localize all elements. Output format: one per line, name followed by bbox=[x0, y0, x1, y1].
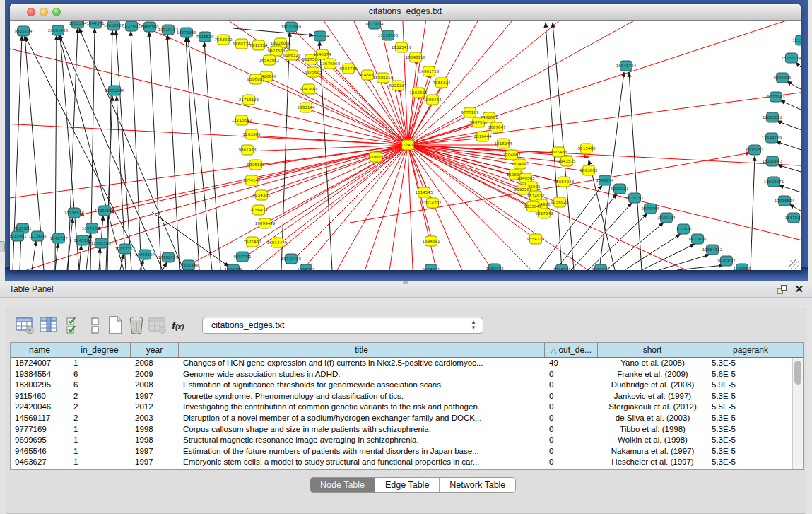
graph-node[interactable]: 20206576 bbox=[64, 208, 85, 218]
column-header-year[interactable]: year bbox=[131, 343, 179, 357]
network-canvas[interactable]: 9355724206914061003394184437110653287152… bbox=[10, 21, 801, 270]
table-row[interactable]: 1830029562008Estimation of significance … bbox=[11, 380, 803, 391]
table-row[interactable]: 946362711997Embryonic stem cells: a mode… bbox=[11, 457, 803, 468]
graph-node[interactable]: 9756928 bbox=[551, 197, 569, 207]
graph-node[interactable]: 15751074 bbox=[782, 53, 801, 63]
show-columns-icon[interactable] bbox=[39, 315, 59, 335]
graph-node[interactable]: 18325419 bbox=[392, 42, 412, 52]
graph-node[interactable]: 21718126 bbox=[239, 95, 259, 105]
window-resize-grip[interactable] bbox=[789, 259, 799, 269]
graph-node[interactable]: 9860124 bbox=[233, 39, 251, 49]
new-table-icon[interactable] bbox=[105, 315, 125, 335]
graph-node[interactable]: 15654923 bbox=[554, 177, 575, 187]
table-row[interactable]: 969969511998Structural magnetic resonanc… bbox=[11, 435, 803, 446]
graph-node[interactable]: 8186328 bbox=[283, 50, 301, 60]
graph-node[interactable]: 7462681 bbox=[481, 112, 498, 122]
graph-node[interactable]: 9777169 bbox=[461, 107, 479, 117]
graph-node[interactable]: 9554212 bbox=[527, 234, 545, 244]
graph-node[interactable]: 6466160 bbox=[141, 22, 159, 32]
table-row[interactable]: 1872400712008Changes of HCN gene express… bbox=[11, 358, 803, 369]
graph-node[interactable]: 12925448 bbox=[179, 260, 199, 270]
select-all-columns-icon[interactable] bbox=[64, 315, 84, 335]
graph-node[interactable]: 16961758 bbox=[419, 66, 440, 76]
splitter-handle[interactable] bbox=[403, 281, 408, 284]
graph-node[interactable]: 16648784 bbox=[616, 61, 637, 71]
graph-node[interactable]: 8912954 bbox=[250, 40, 268, 50]
graph-node[interactable]: 7625402 bbox=[244, 237, 261, 247]
panel-resize-handle[interactable] bbox=[0, 241, 5, 252]
graph-node[interactable]: 8454749 bbox=[340, 64, 358, 74]
table-row[interactable]: 946554611997Estimation of the future num… bbox=[11, 446, 803, 457]
table-row[interactable]: 1938455462009Genome-wide association stu… bbox=[11, 369, 803, 380]
column-header-title[interactable]: title bbox=[179, 343, 545, 357]
graph-node[interactable]: 12093592 bbox=[763, 112, 782, 122]
graph-node[interactable]: 3875685 bbox=[305, 67, 322, 77]
graph-node[interactable]: 8220337 bbox=[389, 81, 407, 90]
tab-network-table[interactable]: Network Table bbox=[440, 478, 515, 492]
graph-node[interactable]: 9893695 bbox=[580, 165, 598, 175]
column-header-pagerank[interactable]: pagerank bbox=[707, 343, 794, 357]
graph-node[interactable]: 9361913 bbox=[239, 145, 257, 155]
graph-node[interactable]: 1003394 bbox=[69, 21, 87, 28]
graph-node[interactable]: 1616244 bbox=[495, 139, 512, 148]
graph-node[interactable]: 16782759 bbox=[158, 252, 179, 262]
tab-node-table[interactable]: Node Table bbox=[310, 478, 375, 492]
graph-node[interactable]: 9245652 bbox=[718, 256, 736, 266]
graph-node[interactable]: 10975887 bbox=[82, 223, 102, 233]
graph-node[interactable]: 9154301 bbox=[253, 190, 271, 200]
tab-edge-table[interactable]: Edge Table bbox=[375, 478, 440, 492]
graph-node[interactable]: 9329966 bbox=[774, 73, 792, 83]
graph-node[interactable]: 8954021 bbox=[423, 264, 440, 270]
graph-node[interactable]: 1167533 bbox=[785, 213, 801, 223]
graph-node[interactable]: 9857943 bbox=[536, 209, 553, 218]
graph-node[interactable]: 8215953 bbox=[746, 145, 764, 155]
graph-node[interactable]: 10653287 bbox=[104, 21, 124, 30]
graph-node[interactable]: 1024501 bbox=[553, 264, 571, 270]
graph-node[interactable]: 9115460 bbox=[578, 144, 596, 153]
graph-node[interactable]: 1894691 bbox=[423, 236, 440, 246]
column-header-short[interactable]: short bbox=[598, 343, 707, 357]
graph-node[interactable]: 10719184 bbox=[158, 25, 179, 35]
graph-node[interactable]: 23676068 bbox=[320, 59, 341, 69]
graph-node[interactable]: 1546374 bbox=[314, 49, 331, 59]
graph-node[interactable]: 1256474 bbox=[250, 205, 268, 215]
graph-node[interactable]: 7632621 bbox=[675, 224, 693, 234]
graph-node[interactable]: 17016504 bbox=[775, 196, 795, 206]
scrollbar-thumb[interactable] bbox=[794, 361, 801, 385]
table-row[interactable]: 911546021997Tourette syndrome. Phenomeno… bbox=[11, 391, 803, 402]
graph-node[interactable]: 1604891 bbox=[512, 159, 529, 169]
graph-node[interactable]: 1342757 bbox=[50, 233, 68, 243]
graph-node[interactable]: 1990444 bbox=[424, 95, 442, 105]
graph-node[interactable]: 8095107 bbox=[247, 160, 265, 170]
graph-node[interactable]: 12444159 bbox=[762, 133, 782, 143]
float-panel-icon[interactable] bbox=[777, 285, 787, 294]
graph-node[interactable]: 2914702 bbox=[424, 198, 442, 208]
graph-node[interactable]: 9457791 bbox=[234, 252, 252, 262]
graph-node[interactable]: 1694302 bbox=[298, 264, 315, 270]
close-panel-icon[interactable]: ✕ bbox=[794, 284, 804, 294]
graph-node[interactable]: 15718485 bbox=[281, 254, 302, 264]
graph-node[interactable]: 17359928 bbox=[95, 206, 115, 216]
column-header-in_degree[interactable]: in_degree bbox=[69, 343, 131, 357]
graph-node[interactable]: 1527602 bbox=[123, 21, 141, 31]
graph-node[interactable]: 20691406 bbox=[48, 25, 69, 35]
graph-node[interactable]: 7357224 bbox=[312, 31, 329, 41]
network-window-titlebar[interactable]: citations_edges.txt bbox=[10, 4, 801, 21]
table-row[interactable]: 977716911998Corpus callosum shape and si… bbox=[11, 424, 803, 436]
graph-node[interactable]: 9227343 bbox=[767, 92, 785, 102]
graph-node[interactable]: 16671368 bbox=[177, 28, 197, 37]
delete-columns-icon[interactable] bbox=[126, 315, 146, 335]
graph-node[interactable]: 2316444 bbox=[474, 132, 492, 141]
graph-node[interactable]: 9242848 bbox=[300, 84, 318, 94]
table-row[interactable]: 1456911722003Disruption of a novel membe… bbox=[11, 413, 803, 424]
graph-node[interactable]: 16033809 bbox=[281, 22, 302, 32]
graph-node[interactable]: 1263380 bbox=[243, 129, 261, 139]
table-scrollbar[interactable] bbox=[792, 358, 803, 469]
delete-table-icon[interactable] bbox=[148, 315, 167, 335]
graph-node[interactable]: 1844371 bbox=[87, 21, 105, 28]
unselect-columns-icon[interactable] bbox=[88, 315, 102, 335]
graph-node[interactable]: 1112964 bbox=[793, 35, 801, 45]
table-settings-icon[interactable] bbox=[15, 315, 35, 335]
function-builder-icon[interactable]: f(x) bbox=[172, 320, 192, 339]
graph-node[interactable]: 1607647 bbox=[488, 122, 506, 132]
